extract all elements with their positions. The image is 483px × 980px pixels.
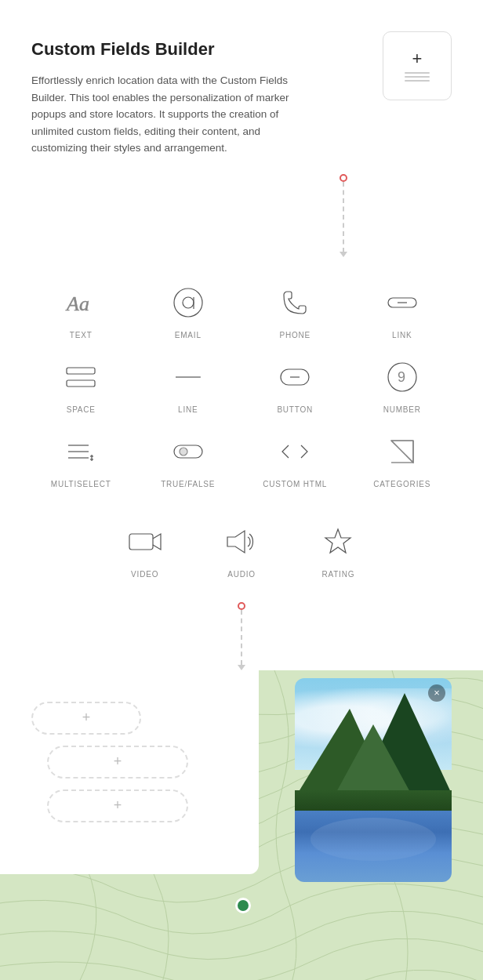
field-video[interactable]: VIDEO <box>100 520 189 579</box>
fields-grid: Aa TEXT EMAIL PHONE <box>31 281 452 488</box>
card-line <box>405 80 430 82</box>
fields-row2: VIDEO AUDIO RATING <box>0 512 483 602</box>
field-line[interactable]: LINE <box>139 355 238 414</box>
field-link-label: LINK <box>392 331 412 339</box>
svg-text:9: 9 <box>398 369 405 385</box>
field-audio-label: AUDIO <box>227 570 256 579</box>
line-icon <box>166 355 210 399</box>
field-rating[interactable]: RATING <box>294 520 383 579</box>
connector-dot-top <box>340 174 347 182</box>
field-rating-label: RATING <box>321 570 354 579</box>
svg-point-20 <box>180 448 187 456</box>
video-icon <box>123 520 167 564</box>
field-email-label: EMAIL <box>175 331 202 339</box>
customhtml-icon <box>273 430 317 474</box>
connector-line-mid <box>241 610 242 665</box>
email-icon <box>166 281 210 325</box>
button-icon <box>273 355 317 399</box>
field-button-label: BUTTON <box>277 405 313 414</box>
plus-icon: + <box>412 50 423 67</box>
scene-image <box>295 678 452 882</box>
header-card: + <box>383 31 452 100</box>
field-line-label: LINE <box>178 405 198 414</box>
mid-connector <box>0 602 483 670</box>
field-space-label: SPACE <box>67 405 96 414</box>
svg-point-1 <box>174 289 202 317</box>
field-number[interactable]: 9 NUMBER <box>353 355 452 414</box>
field-customhtml-label: CUSTOM HTML <box>263 480 327 488</box>
audio-icon <box>220 520 263 564</box>
svg-marker-24 <box>325 529 350 553</box>
map-location-dot <box>235 898 251 913</box>
field-audio[interactable]: AUDIO <box>197 520 285 579</box>
svg-marker-23 <box>227 531 245 553</box>
field-phone[interactable]: PHONE <box>245 281 345 339</box>
svg-rect-7 <box>67 380 95 387</box>
plus-icon-3: + <box>114 797 122 814</box>
field-email[interactable]: EMAIL <box>139 281 238 339</box>
close-icon: × <box>434 688 440 698</box>
field-link[interactable]: LINK <box>353 281 452 339</box>
water <box>295 811 452 882</box>
field-categories[interactable]: CATEGORIES <box>353 430 452 488</box>
svg-rect-6 <box>67 368 95 374</box>
field-customhtml[interactable]: CUSTOM HTML <box>245 430 345 488</box>
field-space[interactable]: SPACE <box>31 355 131 414</box>
svg-point-2 <box>183 297 194 308</box>
svg-text:Aa: Aa <box>65 292 89 315</box>
multiselect-icon <box>59 430 103 474</box>
phone-icon <box>273 281 317 325</box>
fields-grid2: VIDEO AUDIO RATING <box>100 520 383 579</box>
field-multiselect-label: MULTISELECT <box>51 480 111 488</box>
connector-top <box>0 172 483 257</box>
add-field-button-3[interactable]: + <box>47 789 188 822</box>
truefalse-icon <box>166 430 210 474</box>
connector-line-top <box>343 182 344 252</box>
field-button[interactable]: BUTTON <box>245 355 345 414</box>
close-button[interactable]: × <box>428 684 445 702</box>
field-text-label: TEXT <box>70 331 93 339</box>
svg-rect-22 <box>129 534 153 550</box>
svg-rect-19 <box>174 445 202 458</box>
link-icon <box>380 281 424 325</box>
card-line <box>405 76 430 78</box>
image-panel: × <box>295 678 452 882</box>
space-icon <box>59 355 103 399</box>
card-line <box>405 72 430 74</box>
categories-icon <box>380 430 424 474</box>
page-description: Effortlessly enrich location data with t… <box>31 72 298 157</box>
bottom-section: 1400 m 1400 m + + + × <box>0 670 483 980</box>
plus-icon-2: + <box>114 753 122 770</box>
card-lines <box>405 72 430 82</box>
field-categories-label: CATEGORIES <box>373 480 430 488</box>
water-reflection <box>310 818 436 861</box>
add-field-button-1[interactable]: + <box>31 702 141 735</box>
field-phone-label: PHONE <box>279 331 310 339</box>
rating-icon <box>316 520 360 564</box>
number-icon: 9 <box>380 355 424 399</box>
white-panel: + + + <box>0 670 259 874</box>
field-number-label: NUMBER <box>383 405 421 414</box>
add-field-button-2[interactable]: + <box>47 746 188 779</box>
connector-arrow-mid <box>238 665 245 670</box>
plus-icon-1: + <box>82 710 91 726</box>
field-multiselect[interactable]: MULTISELECT <box>31 430 131 488</box>
connector-dot-mid <box>238 602 245 610</box>
top-section: + Custom Fields Builder Effortlessly enr… <box>0 0 483 172</box>
field-video-label: VIDEO <box>131 570 158 579</box>
connector-arrow-top <box>340 252 347 257</box>
text-icon: Aa <box>59 281 103 325</box>
fields-section: Aa TEXT EMAIL PHONE <box>0 257 483 512</box>
field-truefalse-label: TRUE/FALSE <box>161 480 215 488</box>
field-truefalse[interactable]: TRUE/FALSE <box>139 430 238 488</box>
field-text[interactable]: Aa TEXT <box>31 281 131 339</box>
